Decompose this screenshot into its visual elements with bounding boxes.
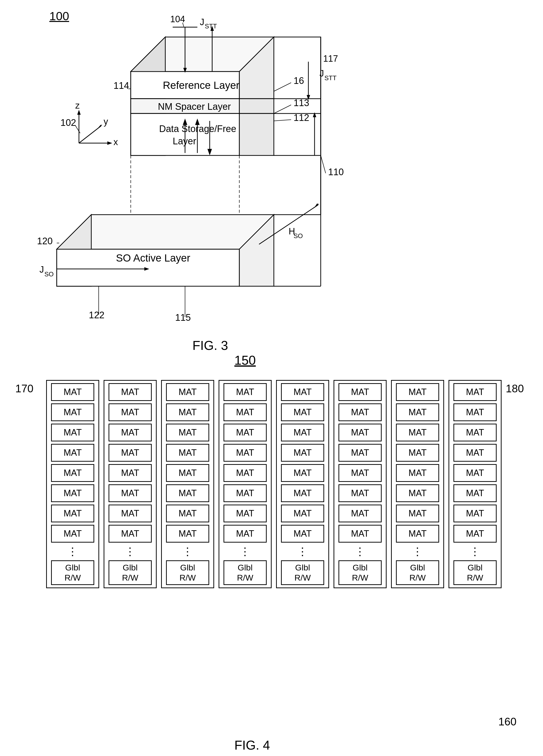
mat-cell: MAT <box>453 424 497 441</box>
mat-cell: MAT <box>453 403 497 421</box>
fig4-caption: FIG. 4 <box>234 738 270 753</box>
label-120: 120 <box>37 236 53 246</box>
fig3-label-100: 100 <box>49 9 69 23</box>
j-stt-right-label: J <box>319 68 324 78</box>
mat-cell: MAT <box>166 464 209 482</box>
mat-cell: MAT <box>281 383 324 401</box>
mat-cell: MAT <box>109 403 152 421</box>
svg-marker-42 <box>315 204 319 207</box>
h-so-sub: SO <box>294 232 303 240</box>
label-117: 117 <box>323 54 338 64</box>
label-115: 115 <box>175 312 191 323</box>
mat-column-6: MATMATMATMATMATMATMATMAT⋮GlblR/W <box>391 380 444 588</box>
label-180: 180 <box>506 382 524 395</box>
mat-dots: ⋮ <box>469 545 481 558</box>
svg-marker-1 <box>77 110 81 115</box>
fig4-label-150: 150 <box>234 353 256 368</box>
mat-column-3: MATMATMATMATMATMATMATMAT⋮GlblR/W <box>219 380 272 588</box>
mat-column-1: MATMATMATMATMATMATMATMAT⋮GlblR/W <box>104 380 157 588</box>
mat-cell: MAT <box>453 464 497 482</box>
svg-line-6 <box>75 125 80 133</box>
glbl-rw-cell: GlblR/W <box>453 560 497 585</box>
mat-cell: MAT <box>396 403 439 421</box>
glbl-rw-cell: GlblR/W <box>224 560 267 585</box>
mat-cell: MAT <box>109 505 152 522</box>
label-114: 114 <box>113 80 129 91</box>
svg-marker-21 <box>239 113 274 155</box>
mat-cell: MAT <box>396 383 439 401</box>
mat-dots: ⋮ <box>67 545 78 558</box>
mat-cell: MAT <box>281 424 324 441</box>
mat-dots: ⋮ <box>182 545 193 558</box>
glbl-rw-cell: GlblR/W <box>51 560 94 585</box>
mat-cell: MAT <box>396 424 439 441</box>
mat-cell: MAT <box>166 484 209 502</box>
mat-cell: MAT <box>51 525 94 543</box>
mat-cell: MAT <box>338 464 382 482</box>
mat-cell: MAT <box>166 403 209 421</box>
so-active-label: SO Active Layer <box>116 252 190 264</box>
mat-column-4: MATMATMATMATMATMATMATMAT⋮GlblR/W <box>276 380 329 588</box>
data-storage-layer-box: Data Storage/Free Layer <box>131 113 274 155</box>
mat-cell: MAT <box>338 525 382 543</box>
page: z y x 102 <box>0 0 543 756</box>
mat-cell: MAT <box>338 403 382 421</box>
label-110: 110 <box>328 167 344 177</box>
reference-layer-box: Reference Layer <box>131 37 274 99</box>
so-active-layer-box <box>57 215 274 286</box>
svg-marker-34 <box>313 112 316 117</box>
nm-spacer-layer-box: NM Spacer Layer <box>131 99 274 113</box>
mat-columns-row: MATMATMATMATMATMATMATMAT⋮GlblR/WMATMATMA… <box>46 380 502 588</box>
mat-dots: ⋮ <box>355 545 366 558</box>
mat-cell: MAT <box>338 484 382 502</box>
mat-cell: MAT <box>109 464 152 482</box>
mat-cell: MAT <box>109 525 152 543</box>
mat-cell: MAT <box>224 424 267 441</box>
x-axis-label: x <box>113 137 118 147</box>
mat-cell: MAT <box>109 383 152 401</box>
mat-cell: MAT <box>224 525 267 543</box>
mat-cell: MAT <box>166 444 209 462</box>
fig3-diagram: z y x 102 <box>25 7 493 340</box>
mat-cell: MAT <box>453 383 497 401</box>
mat-column-5: MATMATMATMATMATMATMATMAT⋮GlblR/W <box>334 380 387 588</box>
z-axis-label: z <box>75 100 80 111</box>
mat-cell: MAT <box>453 505 497 522</box>
mat-cell: MAT <box>51 403 94 421</box>
glbl-rw-cell: GlblR/W <box>396 560 439 585</box>
label-16: 16 <box>294 76 304 86</box>
nm-spacer-label: NM Spacer Layer <box>158 101 231 112</box>
svg-line-45 <box>321 155 326 173</box>
fig4-diagram: MATMATMATMATMATMATMATMAT⋮GlblR/WMATMATMA… <box>15 370 533 588</box>
mat-cell: MAT <box>338 444 382 462</box>
j-so-label: J <box>39 265 44 275</box>
label-104: 104 <box>170 14 185 24</box>
mat-cell: MAT <box>396 525 439 543</box>
axes: z y x 102 <box>60 100 118 147</box>
j-stt-top-sub: STT <box>205 22 217 30</box>
mat-column-7: MATMATMATMATMATMATMATMAT⋮GlblR/W <box>449 380 502 588</box>
so-active-layer-text: SO Active Layer <box>116 252 190 264</box>
mat-cell: MAT <box>51 505 94 522</box>
data-storage-label2: Layer <box>173 136 196 146</box>
mat-column-0: MATMATMATMATMATMATMATMAT⋮GlblR/W <box>46 380 99 588</box>
mat-cell: MAT <box>166 525 209 543</box>
mat-cell: MAT <box>281 484 324 502</box>
mat-cell: MAT <box>281 505 324 522</box>
mat-cell: MAT <box>338 383 382 401</box>
label-102: 102 <box>60 117 76 128</box>
label-122: 122 <box>89 310 104 320</box>
mat-cell: MAT <box>338 424 382 441</box>
reference-layer-label: Reference Layer <box>163 79 240 91</box>
y-axis-label: y <box>104 116 108 127</box>
mat-cell: MAT <box>166 424 209 441</box>
svg-marker-5 <box>107 141 112 145</box>
mat-cell: MAT <box>166 383 209 401</box>
mat-cell: MAT <box>281 444 324 462</box>
j-so-sub: SO <box>44 270 54 278</box>
mat-dots: ⋮ <box>412 545 423 558</box>
svg-line-2 <box>79 126 101 143</box>
mat-cell: MAT <box>396 505 439 522</box>
mat-dots: ⋮ <box>297 545 308 558</box>
svg-line-49 <box>274 83 291 91</box>
